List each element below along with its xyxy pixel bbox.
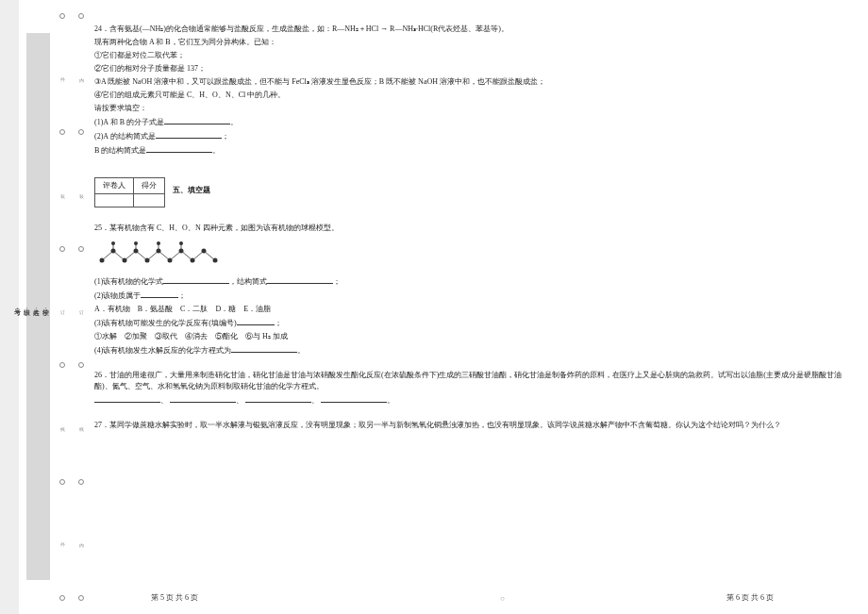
page-footer: 第 5 页 共 6 页 第 6 页 共 6 页 (94, 592, 830, 603)
svg-point-27 (157, 241, 160, 245)
q25-opts: A．有机物 B．氨基酸 C．二肽 D．糖 E．油脂 (94, 304, 849, 315)
q24-stem1: 含有氨基(—NH₂)的化合物通常能够与盐酸反应，生成盐酸盐，如：R—NH₂＋HC… (109, 25, 509, 33)
q25-p2: (2)该物质属于； (94, 290, 849, 302)
q27-stem: 某同学做蔗糖水解实验时，取一半水解液与银氨溶液反应，没有明显现象；取另一半与新制… (109, 421, 781, 429)
svg-point-22 (191, 258, 195, 263)
name-label: 姓名： (31, 304, 41, 310)
reviewer-cell[interactable] (95, 194, 134, 207)
q25-p4: (4)该有机物发生水解反应的化学方程式为。 (94, 344, 849, 357)
svg-point-15 (111, 249, 116, 254)
blank-input[interactable] (321, 394, 387, 403)
fold-zhuang2: 装 (78, 190, 84, 191)
fold-inner-label2: 内 (78, 539, 84, 540)
footer-right: 第 6 页 共 6 页 (726, 592, 774, 603)
q24-c4: ④它们的组成元素只可能是 C、H、O、N、Cl 中的几种。 (94, 90, 849, 101)
blank-input[interactable] (141, 290, 178, 298)
q25-opts2: ①水解 ②加聚 ③取代 ④消去 ⑤酯化 ⑥与 H₂ 加成 (94, 331, 849, 342)
fold-line-right: 内 装 订 线 内 (75, 0, 87, 614)
fold-inner-label: 内 (78, 74, 84, 75)
fold-xian: 线 (59, 423, 65, 424)
q24-p1: (1)A 和 B 的分子式是。 (94, 116, 849, 128)
blank-input[interactable] (237, 317, 275, 325)
punch-circle-icon (78, 246, 84, 252)
page-content: 24．含有氨基(—NH₂)的化合物通常能够与盐酸反应，生成盐酸盐，如：R—NH₂… (94, 24, 849, 433)
fold-outer-label2: 外 (59, 539, 65, 540)
q26-number: 26． (94, 371, 109, 379)
svg-point-19 (157, 249, 161, 254)
punch-circle-icon (78, 129, 84, 135)
q25-stem: 某有机物含有 C、H、O、N 四种元素，如图为该有机物的球棍模型。 (109, 224, 339, 232)
blank-input[interactable] (164, 116, 230, 124)
punch-circle-icon (78, 362, 84, 368)
q25-p1: (1)该有机物的化学式，结构简式； (94, 275, 849, 288)
q24-p2a: (2)A 的结构简式是； (94, 130, 849, 142)
q24-number: 24． (94, 25, 109, 33)
svg-point-28 (179, 241, 183, 245)
score-header: 得分 (134, 178, 165, 194)
q24-line: 24．含有氨基(—NH₂)的化合物通常能够与盐酸反应，生成盐酸盐，如：R—NH₂… (94, 24, 849, 35)
q26-line: 26．甘油的用途很广，大量用来制造硝化甘油，硝化甘油是甘油与浓硝酸发生酯化反应(… (94, 370, 849, 392)
class-label: 班级： (22, 304, 31, 310)
vertical-form-labels: 学校： 姓名： 班级： 考号： (26, 0, 50, 613)
svg-point-25 (111, 241, 115, 245)
examno-label: 考号： (12, 304, 22, 310)
section5-header: 评卷人 得分 五、填空题 (94, 170, 849, 211)
svg-point-16 (123, 258, 127, 263)
svg-point-23 (202, 249, 207, 254)
punch-circle-icon (78, 595, 84, 601)
punch-circle-icon (78, 13, 84, 19)
q25-line: 25．某有机物含有 C、H、O、N 四种元素，如图为该有机物的球棍模型。 (94, 223, 849, 234)
q26-blanks: 、 、 、 。 (94, 394, 849, 407)
q27-line: 27．某同学做蔗糖水解实验时，取一半水解液与银氨溶液反应，没有明显现象；取另一半… (94, 420, 849, 431)
reviewer-header: 评卷人 (95, 178, 134, 194)
blank-input[interactable] (231, 344, 297, 353)
punch-circle-icon (59, 129, 65, 135)
punch-circle-icon (59, 595, 65, 601)
fold-zhuang: 装 (59, 190, 65, 191)
blank-input[interactable] (267, 275, 333, 284)
q24-c1: ①它们都是对位二取代苯； (94, 50, 849, 61)
punch-circle-icon (59, 13, 65, 19)
blank-input[interactable] (170, 394, 236, 403)
svg-point-24 (213, 258, 218, 263)
punch-circle-icon (59, 246, 65, 252)
svg-point-18 (145, 258, 150, 263)
blank-input[interactable] (245, 394, 311, 403)
footer-left: 第 5 页 共 6 页 (151, 592, 198, 603)
svg-point-14 (100, 258, 105, 263)
punch-circle-icon (59, 479, 65, 485)
section5-title: 五、填空题 (173, 185, 210, 196)
q24-c2: ②它们的相对分子质量都是 137； (94, 63, 849, 75)
svg-point-17 (134, 249, 139, 254)
punch-circle-icon (59, 362, 65, 368)
punch-circle-icon (78, 479, 84, 485)
q24-p2b: B 的结构简式是。 (94, 144, 849, 157)
blank-input[interactable] (146, 144, 212, 153)
q24-stem2: 现有两种化合物 A 和 B，它们互为同分异构体。已知： (94, 37, 849, 48)
q24-ask: 请按要求填空： (94, 103, 849, 114)
q25-number: 25． (94, 224, 109, 232)
svg-point-26 (134, 241, 138, 245)
score-cell[interactable] (134, 194, 165, 207)
q25-p3: (3)该有机物可能发生的化学反应有(填编号)； (94, 317, 849, 329)
fold-ding2: 订 (78, 306, 84, 307)
svg-point-20 (168, 258, 173, 263)
fold-outer-label: 外 (59, 74, 65, 75)
fold-line-left: 外 装 订 线 外 (57, 0, 68, 614)
ball-stick-model-icon (94, 240, 236, 268)
fold-ding: 订 (59, 306, 65, 307)
q24-c3: ③A 既能被 NaOH 溶液中和，又可以跟盐酸成盐，但不能与 FeCl₃ 溶液发… (94, 76, 849, 88)
svg-point-21 (179, 249, 184, 254)
q27-number: 27． (94, 421, 109, 429)
blank-input[interactable] (94, 394, 160, 403)
fold-xian2: 线 (78, 423, 84, 424)
q26-stem: 甘油的用途很广，大量用来制造硝化甘油，硝化甘油是甘油与浓硝酸发生酯化反应(在浓硫… (94, 371, 842, 390)
score-table: 评卷人 得分 (94, 177, 165, 207)
blank-input[interactable] (163, 275, 229, 284)
blank-input[interactable] (156, 130, 222, 139)
binding-mark-icon: ○ (500, 594, 505, 603)
school-label: 学校： (41, 304, 50, 310)
